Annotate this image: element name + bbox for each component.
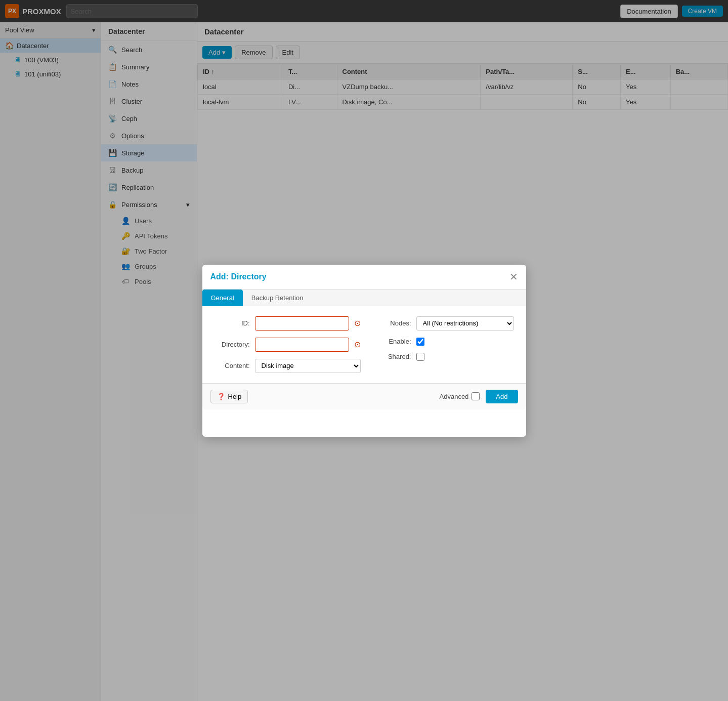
content-field-row: Content: Disk image ISO image Container …: [215, 359, 361, 373]
modal-tabs: General Backup Retention: [202, 290, 526, 306]
tab-backup-retention[interactable]: Backup Retention: [243, 290, 312, 306]
add-directory-modal: Add: Directory ✕ General Backup Retentio…: [202, 265, 526, 437]
id-field-row: ID: ⊙: [215, 316, 361, 331]
id-input[interactable]: [255, 316, 349, 331]
content-select[interactable]: Disk image ISO image Container template …: [255, 359, 361, 373]
directory-input[interactable]: [255, 338, 349, 352]
shared-checkbox[interactable]: [416, 353, 424, 361]
advanced-section: Advanced: [440, 392, 480, 400]
nodes-select[interactable]: All (No restrictions): [416, 316, 514, 331]
advanced-label: Advanced: [440, 393, 469, 400]
enable-label: Enable:: [376, 338, 411, 345]
help-label: Help: [228, 393, 242, 400]
help-button[interactable]: ❓ Help: [210, 390, 248, 403]
tab-general[interactable]: General: [202, 290, 243, 306]
modal-title: Add: Directory: [210, 272, 267, 281]
enable-field-row: Enable:: [376, 338, 514, 346]
shared-field-row: Shared:: [376, 353, 514, 361]
modal-header: Add: Directory ✕: [202, 265, 526, 290]
enable-checkbox[interactable]: [416, 338, 424, 346]
modal-close-button[interactable]: ✕: [509, 272, 518, 282]
directory-field-row: Directory: ⊙: [215, 338, 361, 352]
directory-label: Directory:: [215, 341, 250, 348]
form-grid: ID: ⊙ Directory: ⊙ Content: Disk image I…: [215, 316, 514, 373]
directory-error-icon: ⊙: [354, 340, 361, 349]
help-icon: ❓: [217, 393, 225, 400]
nodes-label: Nodes:: [376, 319, 411, 327]
modal-overlay: Add: Directory ✕ General Backup Retentio…: [0, 0, 728, 701]
add-submit-button[interactable]: Add: [486, 390, 518, 403]
modal-footer: ❓ Help Advanced Add: [202, 383, 526, 409]
modal-body: ID: ⊙ Directory: ⊙ Content: Disk image I…: [202, 306, 526, 383]
content-label: Content:: [215, 362, 250, 369]
id-error-icon: ⊙: [354, 318, 361, 328]
id-label: ID:: [215, 319, 250, 327]
nodes-field-row: Nodes: All (No restrictions): [376, 316, 514, 331]
shared-label: Shared:: [376, 353, 411, 360]
advanced-checkbox[interactable]: [472, 392, 480, 400]
